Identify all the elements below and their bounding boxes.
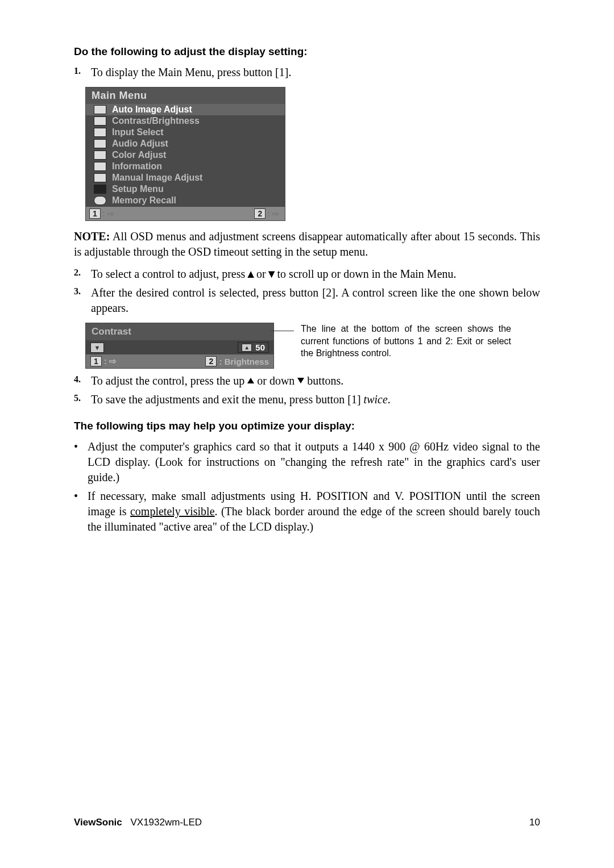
contrast-footer-left: 1 : ⇨ (90, 356, 117, 366)
osd-main-menu: Main Menu Auto Image AdjustContrast/Brig… (85, 87, 285, 221)
down-triangle-icon (297, 378, 304, 383)
osd-item-label: Contrast/Brightness (112, 116, 200, 126)
osd-item-label: Information (112, 161, 162, 172)
footer-page-number: 10 (529, 817, 540, 828)
osd-item: Information (86, 161, 285, 172)
bullet-dot: • (74, 489, 88, 535)
osd-item-icon (94, 162, 106, 171)
osd-item-icon (94, 173, 106, 182)
bullet-dot: • (74, 439, 88, 485)
step-2-text: To select a control to adjust, press▲or▼… (91, 266, 540, 282)
key-1-icon: 1 (90, 356, 102, 366)
osd-item-icon (94, 196, 106, 205)
osd-item: Setup Menu (86, 183, 285, 195)
down-button-icon: ▼ (90, 343, 104, 353)
osd-item-icon (94, 139, 106, 148)
footer-brand: ViewSonic (74, 817, 122, 828)
osd-footer-left: 1 : ⇨ (89, 208, 114, 219)
osd-item-icon (94, 185, 106, 194)
osd-item-icon (94, 105, 106, 114)
osd-item-label: Auto Image Adjust (112, 105, 192, 115)
step-number: 4. (74, 373, 91, 389)
contrast-footer-right: 2 : Brightness (205, 356, 269, 366)
leader-line (271, 331, 294, 332)
key-1-icon: 1 (89, 208, 101, 219)
contrast-value: 50 (255, 343, 265, 352)
osd-item-icon (94, 116, 106, 126)
osd-item: Memory Recall (86, 195, 285, 206)
step-3-text: After the desired control is selected, p… (91, 285, 540, 316)
step-4-text: To adjust the control, press the up or d… (91, 373, 540, 389)
note-text: NOTE: All OSD menus and adjustment scree… (74, 229, 540, 260)
osd-item-label: Setup Menu (112, 184, 164, 194)
contrast-value-box: ▲ 50 (238, 342, 269, 353)
osd-item-label: Color Adjust (112, 150, 166, 160)
osd-item-label: Manual Image Adjust (112, 173, 202, 183)
osd-title: Main Menu (86, 87, 285, 104)
osd-item-label: Memory Recall (112, 195, 176, 206)
up-arrow-icon: ▲ (242, 344, 252, 352)
page-footer: ViewSonic VX1932wm-LED 10 (74, 817, 540, 828)
note-label: NOTE: (74, 230, 110, 243)
key-2-icon: 2 (254, 208, 265, 219)
heading-tips: The following tips may help you optimize… (74, 420, 540, 432)
note-body: All OSD menus and adjustment screens dis… (74, 230, 540, 258)
osd-footer-right: 2 : ⇨ (254, 208, 279, 219)
contrast-title: Contrast (86, 323, 273, 340)
tip-2-text: If necessary, make small adjustments usi… (88, 489, 540, 535)
brightness-label: : Brightness (219, 357, 269, 366)
key-2-icon: 2 (205, 356, 217, 366)
osd-item: Manual Image Adjust (86, 172, 285, 183)
footer-model: VX1932wm-LED (130, 817, 202, 828)
osd-item: Auto Image Adjust (86, 104, 285, 115)
step-number: 3. (74, 285, 91, 316)
osd-item-icon (94, 128, 106, 137)
heading-adjust: Do the following to adjust the display s… (74, 45, 540, 58)
osd-item: Contrast/Brightness (86, 115, 285, 127)
osd-item-icon (94, 151, 106, 160)
up-triangle-icon (247, 378, 254, 383)
step-1-text: To display the Main Menu, press button [… (91, 65, 540, 80)
tip-1-text: Adjust the computer's graphics card so t… (88, 439, 540, 485)
osd-item: Color Adjust (86, 149, 285, 161)
step-number: 2. (74, 266, 91, 282)
osd-item: Input Select (86, 127, 285, 138)
osd-body: Auto Image AdjustContrast/BrightnessInpu… (86, 104, 285, 206)
step-5-text: To save the adjustments and exit the men… (91, 392, 540, 407)
step-number: 5. (74, 392, 91, 407)
osd-item-label: Audio Adjust (112, 139, 168, 149)
contrast-panel: Contrast ▼ ▲ 50 1 : ⇨ 2 : Brightness (85, 323, 274, 369)
osd-item-label: Input Select (112, 127, 164, 137)
osd-item: Audio Adjust (86, 138, 285, 149)
callout-text: The line at the bottom of the screen sho… (301, 323, 511, 360)
step-number: 1. (74, 65, 91, 80)
